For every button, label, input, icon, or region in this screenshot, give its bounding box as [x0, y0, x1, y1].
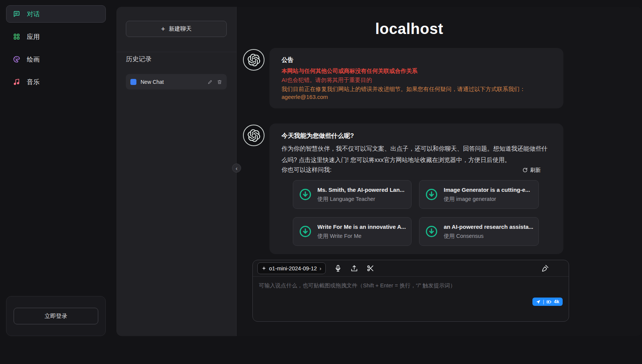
refresh-icon	[522, 167, 528, 173]
suggestion-card[interactable]: Write For Me is an innovative A... 使用 Wr…	[293, 217, 411, 246]
refresh-button[interactable]: 刷新	[522, 167, 541, 174]
login-button[interactable]: 立即登录	[14, 308, 98, 324]
apps-grid-icon	[12, 32, 21, 41]
chat-bubble-icon	[12, 10, 21, 18]
new-chat-button[interactable]: + 新建聊天	[126, 21, 227, 37]
welcome-title: 今天我能为您做些什么呢?	[282, 132, 551, 140]
new-chat-label: 新建聊天	[169, 25, 192, 32]
refresh-label: 刷新	[530, 167, 541, 174]
sidebar-item-label: 音乐	[27, 78, 40, 86]
download-circle-icon	[299, 188, 312, 201]
chevron-right-icon: ›	[320, 265, 322, 271]
download-circle-icon	[425, 225, 438, 238]
chat-main: ‹ localhost 公告 本网站与任何其他公司或商标没有任何关联或合作关系 …	[237, 7, 642, 336]
music-note-icon	[12, 78, 21, 86]
sidebar: 对话 应用 绘画 音乐 立即登录	[0, 0, 112, 364]
clear-context-broom-icon[interactable]	[541, 264, 549, 272]
page-title: localhost	[243, 20, 575, 37]
history-title: 历史记录	[126, 55, 227, 63]
suggestion-title: Image Generator is a cutting-e...	[444, 187, 530, 193]
announcement-line2: AI也会犯错。请勿将其用于重要目的	[282, 77, 551, 84]
battery-icon	[546, 300, 552, 304]
suggestion-card[interactable]: Ms. Smith, the AI-powered Lan... 使用 Lang…	[293, 180, 411, 209]
announcement-title: 公告	[282, 56, 551, 64]
composer-toolbar: o1-mini-2024-09-12 ›	[253, 260, 569, 277]
announcement-line1: 本网站与任何其他公司或商标没有任何关联或合作关系	[282, 68, 551, 75]
upload-icon[interactable]	[350, 264, 358, 272]
badge-divider: |	[543, 299, 544, 304]
scissors-icon[interactable]	[367, 264, 374, 272]
microphone-icon[interactable]	[334, 264, 342, 272]
suggestion-title: an AI-powered research assista...	[444, 224, 533, 230]
welcome-body: 作为你的智慧伙伴，我不仅可以写文案、出点子，还可以和你聊天、回答问题。想知道我还…	[282, 143, 551, 165]
suggestion-subtitle: 使用 Write For Me	[317, 233, 406, 240]
suggestion-subtitle: 使用 image generator	[444, 196, 530, 203]
suggestion-title: Ms. Smith, the AI-powered Lan...	[317, 187, 404, 193]
send-plane-icon	[536, 299, 541, 304]
sidebar-item-music[interactable]: 音乐	[6, 73, 106, 91]
chat-session-actions	[207, 79, 222, 85]
palette-icon	[12, 55, 21, 63]
suggestion-card[interactable]: an AI-powered research assista... 使用 Con…	[419, 217, 539, 246]
suggestion-subtitle: 使用 Language Teacher	[317, 196, 404, 203]
model-selector[interactable]: o1-mini-2024-09-12 ›	[257, 262, 326, 274]
suggestion-card[interactable]: Image Generator is a cutting-e... 使用 ima…	[419, 180, 539, 209]
suggestion-subtitle: 使用 Consensus	[444, 233, 533, 240]
chat-history-panel: + 新建聊天 历史记录 New Chat	[116, 7, 237, 336]
message-input[interactable]	[259, 282, 563, 314]
sidebar-item-label: 对话	[27, 10, 40, 19]
download-circle-icon	[299, 225, 312, 238]
chat-content: localhost 公告 本网站与任何其他公司或商标没有任何关联或合作关系 AI…	[243, 7, 575, 336]
edit-pencil-icon[interactable]	[207, 79, 213, 85]
assistant-avatar	[243, 49, 265, 71]
collapse-sidebar-handle[interactable]: ‹	[232, 163, 241, 173]
chat-window: + 新建聊天 历史记录 New Chat ‹ localhost	[116, 7, 642, 336]
download-circle-icon	[425, 188, 438, 201]
send-token-badge[interactable]: | 4k	[532, 298, 563, 306]
sidebar-item-apps[interactable]: 应用	[6, 28, 106, 45]
announcement-bubble: 公告 本网站与任何其他公司或商标没有任何关联或合作关系 AI也会犯错。请勿将其用…	[269, 48, 563, 108]
suggestion-title: Write For Me is an innovative A...	[317, 224, 406, 230]
model-name: o1-mini-2024-09-12	[269, 265, 317, 271]
divider	[116, 52, 236, 52]
chevron-left-icon: ‹	[236, 165, 238, 171]
sidebar-item-paint[interactable]: 绘画	[6, 51, 106, 68]
chat-session-item[interactable]: New Chat	[126, 74, 227, 89]
chat-session-avatar	[130, 79, 136, 85]
announcement-line3: 我们目前正在修复我们网站上的错误并改进细节。如果您有任何疑问，请通过以下方式联系…	[282, 86, 551, 93]
composer-input-area: | 4k	[253, 277, 569, 322]
composer: o1-mini-2024-09-12 ›	[252, 260, 569, 322]
sidebar-item-chat[interactable]: 对话	[6, 5, 106, 23]
login-panel: 立即登录	[6, 296, 106, 336]
token-count: 4k	[554, 299, 559, 304]
ask-me-label: 你也可以这样问我:	[282, 166, 331, 174]
message-welcome: 今天我能为您做些什么呢? 作为你的智慧伙伴，我不仅可以写文案、出点子，还可以和你…	[243, 123, 563, 254]
sidebar-item-label: 绘画	[27, 55, 40, 64]
delete-trash-icon[interactable]	[217, 79, 222, 85]
suggestion-grid: Ms. Smith, the AI-powered Lan... 使用 Lang…	[293, 180, 536, 246]
assistant-avatar	[243, 125, 265, 146]
app-root: 对话 应用 绘画 音乐 立即登录 +	[0, 0, 642, 364]
contact-email-link[interactable]: ageerle@163.com	[282, 94, 328, 100]
sidebar-item-label: 应用	[27, 32, 40, 41]
chat-session-title: New Chat	[141, 79, 203, 85]
welcome-bubble: 今天我能为您做些什么呢? 作为你的智慧伙伴，我不仅可以写文案、出点子，还可以和你…	[269, 123, 563, 254]
sparkle-icon	[261, 266, 266, 271]
openai-logo-icon	[248, 54, 260, 66]
plus-icon: +	[161, 25, 165, 32]
message-announcement: 公告 本网站与任何其他公司或商标没有任何关联或合作关系 AI也会犯错。请勿将其用…	[243, 48, 563, 108]
openai-logo-icon	[248, 129, 260, 142]
